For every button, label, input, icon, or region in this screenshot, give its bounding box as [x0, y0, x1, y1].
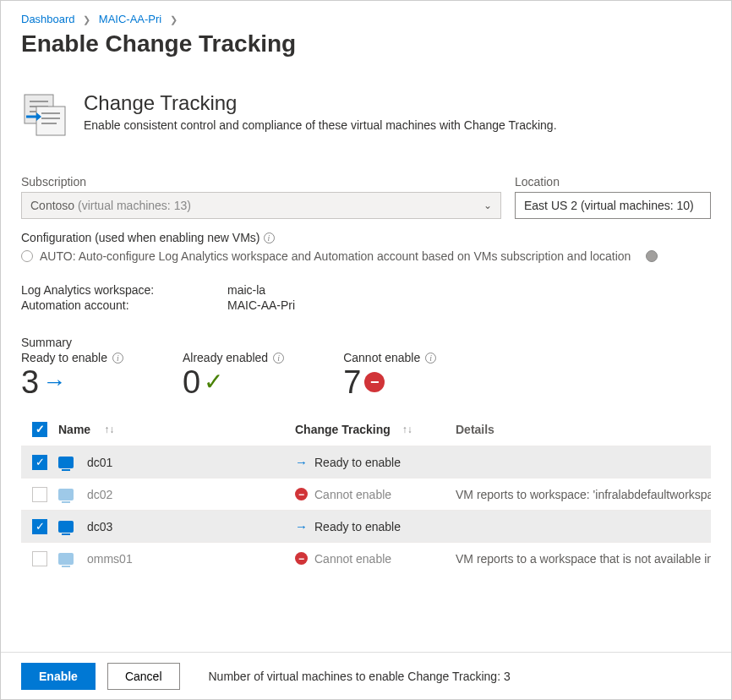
sort-icon[interactable]: ↑↓	[402, 424, 412, 435]
svg-rect-4	[36, 107, 65, 135]
feature-description: Enable consistent control and compliance…	[84, 118, 557, 132]
workspace-value: maic-la	[227, 283, 265, 297]
breadcrumb-parent[interactable]: MAIC-AA-Pri	[99, 13, 161, 25]
subscription-name: Contoso	[30, 199, 74, 212]
automation-label: Automation account:	[21, 298, 227, 312]
breadcrumb: Dashboard ❯ MAIC-AA-Pri ❯	[21, 13, 711, 25]
cannot-label: Cannot enable	[343, 351, 420, 364]
chevron-down-icon: ⌄	[483, 200, 492, 211]
already-count: 0	[183, 366, 200, 398]
vm-name: dc01	[87, 456, 112, 469]
subscription-label: Subscription	[21, 175, 501, 189]
ready-count: 3	[21, 366, 39, 398]
chevron-right-icon: ❯	[83, 14, 90, 25]
chevron-right-icon: ❯	[170, 14, 178, 25]
details-text: VM reports to workspace: 'infralabdefaul…	[456, 488, 711, 501]
vm-name: dc02	[87, 488, 112, 501]
change-tracking-icon	[21, 91, 68, 141]
table-row[interactable]: dc03→Ready to enable	[21, 510, 711, 542]
row-checkbox[interactable]	[32, 455, 47, 470]
sort-icon[interactable]: ↑↓	[104, 424, 114, 435]
subscription-select: Contoso (virtual machines: 13) ⌄	[21, 192, 501, 219]
table-row[interactable]: omms01−Cannot enableVM reports to a work…	[21, 542, 711, 574]
vm-icon	[58, 489, 74, 500]
row-checkbox[interactable]	[32, 519, 47, 534]
feature-title: Change Tracking	[84, 91, 557, 115]
row-checkbox	[32, 551, 47, 566]
details-text: VM reports to a workspace that is not av…	[456, 552, 711, 566]
minus-circle-icon: −	[295, 552, 308, 565]
status-text: Cannot enable	[314, 488, 391, 501]
configuration-label: Configuration (used when enabling new VM…	[21, 231, 711, 244]
select-all-checkbox[interactable]	[32, 422, 47, 437]
table-row[interactable]: dc02−Cannot enableVM reports to workspac…	[21, 478, 711, 510]
automation-value: MAIC-AA-Pri	[227, 298, 295, 312]
page-title: Enable Change Tracking	[21, 30, 711, 57]
cancel-button[interactable]: Cancel	[107, 663, 180, 690]
status-text: Cannot enable	[314, 552, 391, 566]
table-row[interactable]: dc01→Ready to enable	[21, 446, 711, 478]
cannot-count: 7	[343, 366, 361, 398]
radio-auto-label: AUTO: Auto-configure Log Analytics works…	[40, 249, 631, 263]
column-details[interactable]: Details	[456, 423, 494, 436]
vm-icon	[58, 521, 74, 533]
summary-label: Summary	[21, 336, 711, 349]
enable-button[interactable]: Enable	[21, 663, 96, 690]
column-name[interactable]: Name	[58, 423, 90, 436]
arrow-right-icon: →	[42, 370, 66, 394]
arrow-right-icon: →	[295, 455, 308, 469]
location-label: Location	[515, 175, 711, 189]
status-text: Ready to enable	[314, 520, 401, 533]
location-select[interactable]: East US 2 (virtual machines: 10)	[515, 192, 711, 219]
status-text: Ready to enable	[314, 456, 401, 469]
footer-status: Number of virtual machines to enable Cha…	[209, 670, 511, 683]
column-tracking[interactable]: Change Tracking	[295, 423, 391, 436]
minus-circle-icon: −	[364, 372, 385, 392]
info-icon[interactable]: i	[264, 232, 275, 243]
vm-name: dc03	[87, 520, 112, 533]
checkmark-icon: ✓	[204, 370, 223, 394]
row-checkbox	[32, 487, 47, 502]
info-icon[interactable]: i	[273, 353, 284, 364]
vm-icon	[58, 457, 74, 468]
already-label: Already enabled	[183, 351, 268, 364]
radio-auto[interactable]	[21, 250, 33, 262]
minus-circle-icon: −	[295, 488, 308, 500]
vm-table: Name ↑↓ Change Tracking ↑↓ Details dc01→…	[21, 413, 711, 574]
vm-name: omms01	[87, 552, 133, 566]
info-icon[interactable]: i	[425, 353, 436, 364]
breadcrumb-dashboard[interactable]: Dashboard	[21, 13, 75, 25]
info-icon[interactable]: i	[112, 353, 123, 364]
radio-other[interactable]	[646, 250, 658, 262]
workspace-label: Log Analytics workspace:	[21, 283, 227, 297]
arrow-right-icon: →	[295, 519, 308, 533]
ready-label: Ready to enable	[21, 351, 107, 364]
location-value: East US 2 (virtual machines: 10)	[524, 199, 694, 212]
vm-icon	[58, 553, 74, 565]
